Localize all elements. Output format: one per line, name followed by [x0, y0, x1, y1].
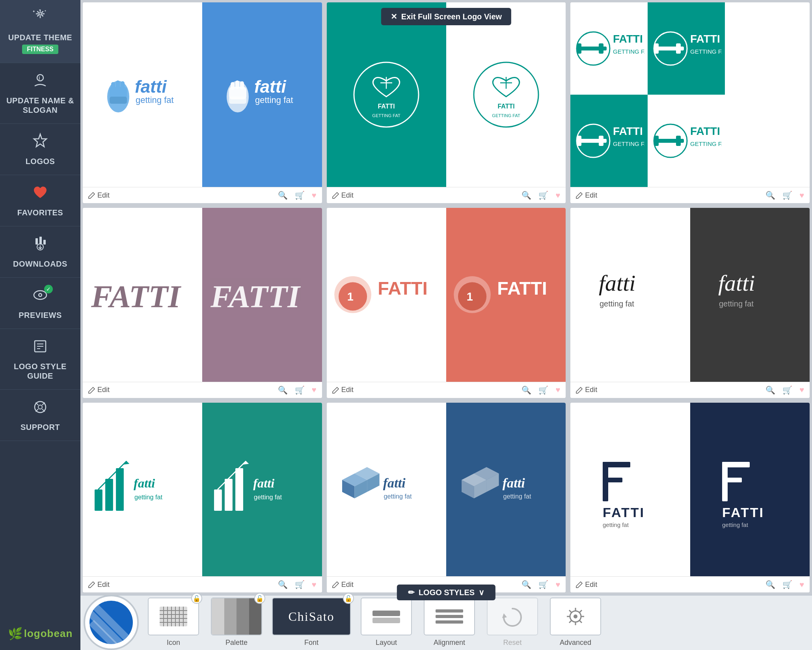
card1-heart-icon[interactable]: ♥ — [312, 191, 317, 200]
logobean-text: logobean — [24, 628, 73, 640]
svg-text:FATTI: FATTI — [378, 278, 428, 299]
card8-search-icon[interactable]: 🔍 — [521, 580, 531, 589]
svg-line-163 — [579, 610, 582, 613]
svg-text:GETTING FAT: GETTING FAT — [492, 113, 520, 118]
card3-br: FATTI GETTING FAT — [648, 95, 725, 187]
sidebar-item-update-theme[interactable]: ✦ ✦ ✦ UPDATE THEME FITNESS — [0, 0, 80, 63]
card7-footer: Edit 🔍 🛒 ♥ — [83, 576, 322, 592]
card2-search-icon[interactable]: 🔍 — [521, 191, 531, 200]
toolbar-logo-preview[interactable] — [80, 596, 142, 650]
card9-heart-icon[interactable]: ♥ — [799, 580, 804, 589]
card8-edit-btn[interactable]: Edit — [332, 581, 354, 589]
card9-footer: Edit 🔍 🛒 ♥ — [570, 576, 810, 592]
svg-line-162 — [579, 620, 582, 623]
toolbar-font-item[interactable]: 🔓 ChiSato Font — [268, 596, 355, 650]
card2-edit-btn[interactable]: Edit — [332, 191, 354, 200]
toolbar-palette-item[interactable]: 🔓 Palette — [205, 596, 268, 650]
card1-edit-btn[interactable]: Edit — [88, 191, 110, 200]
svg-rect-100 — [116, 468, 124, 511]
card1-search-icon[interactable]: 🔍 — [278, 191, 288, 200]
toolbar-layout-item[interactable]: Layout — [355, 596, 418, 650]
card4-bottom: FATTI — [202, 208, 322, 381]
sidebar-item-logos[interactable]: LOGOS — [0, 124, 80, 175]
svg-rect-152 — [436, 615, 463, 618]
card4-top: FATTI — [83, 208, 202, 381]
style-guide-icon — [32, 338, 49, 359]
card1-footer: Edit 🔍 🛒 ♥ — [83, 187, 322, 203]
font-display: ChiSato — [273, 598, 350, 635]
svg-rect-69 — [676, 43, 681, 54]
check-badge: ✓ — [44, 285, 53, 293]
card4-heart-icon[interactable]: ♥ — [312, 385, 317, 394]
svg-marker-154 — [502, 613, 507, 618]
favorites-icon — [32, 184, 49, 205]
card1-cart-icon[interactable]: 🛒 — [295, 191, 305, 200]
card4-cart-icon[interactable]: 🛒 — [295, 385, 305, 395]
sidebar-item-downloads[interactable]: DOWNLOADS — [0, 226, 80, 278]
card7-cart-icon[interactable]: 🛒 — [295, 580, 305, 589]
toolbar-alignment-item[interactable]: Alignment — [418, 596, 481, 650]
card5-edit-btn[interactable]: Edit — [332, 386, 354, 394]
svg-point-13 — [37, 75, 43, 81]
card2-cart-icon[interactable]: 🛒 — [538, 191, 548, 200]
card6-heart-icon[interactable]: ♥ — [799, 385, 804, 394]
card9-footer-icons: 🔍 🛒 ♥ — [765, 580, 804, 589]
logo-card-1: fatti getting fat — [83, 2, 322, 203]
card2-left: FATTI GETTING FAT — [327, 2, 446, 187]
svg-rect-18 — [43, 240, 46, 245]
toolbar-icon-item[interactable]: 🔓 Icon — [142, 596, 205, 650]
card6-edit-btn[interactable]: Edit — [576, 386, 597, 394]
card4-search-icon[interactable]: 🔍 — [278, 385, 288, 395]
sidebar-item-support[interactable]: SUPPORT — [0, 390, 80, 441]
svg-text:fatti: fatti — [718, 270, 755, 296]
toolbar-advanced-box — [550, 598, 601, 635]
card3-cart-icon[interactable]: 🛒 — [782, 191, 792, 200]
logo-leaf-icon: 🌿 — [8, 627, 22, 641]
svg-text:FATTI: FATTI — [690, 125, 720, 137]
card6-search-icon[interactable]: 🔍 — [765, 385, 775, 395]
card2-heart-icon[interactable]: ♥ — [555, 191, 560, 200]
card3-search-icon[interactable]: 🔍 — [765, 191, 775, 200]
svg-text:FATTI: FATTI — [497, 103, 514, 110]
card5-heart-icon[interactable]: ♥ — [555, 385, 560, 394]
card9-edit-btn[interactable]: Edit — [576, 581, 597, 589]
card5-cart-icon[interactable]: 🛒 — [538, 385, 548, 395]
card3-heart-icon[interactable]: ♥ — [799, 191, 804, 200]
toolbar-reset-item[interactable]: Reset — [481, 596, 544, 650]
logo-card-7: fatti getting fat fatti getting fat — [83, 403, 322, 592]
sidebar-logo[interactable]: 🌿 logobean — [4, 617, 77, 650]
svg-text:FATTI: FATTI — [722, 505, 764, 520]
toolbar-icon-box: 🔓 — [148, 598, 199, 635]
sidebar-item-logo-style-guide[interactable]: LOGO STYLE GUIDE — [0, 329, 80, 390]
card9-search-icon[interactable]: 🔍 — [765, 580, 775, 589]
card9-cart-icon[interactable]: 🛒 — [782, 580, 792, 589]
sidebar-item-update-name[interactable]: i UPDATE NAME & SLOGAN — [0, 63, 80, 124]
toolbar-advanced-item[interactable]: Advanced — [544, 596, 607, 650]
card6-cart-icon[interactable]: 🛒 — [782, 385, 792, 395]
sidebar-item-previews[interactable]: ✓ PREVIEWS — [0, 278, 80, 329]
fullscreen-banner[interactable]: ✕ Exit Full Screen Logo View — [381, 8, 511, 25]
card8-cart-icon[interactable]: 🛒 — [538, 580, 548, 589]
card8-heart-icon[interactable]: ♥ — [555, 580, 560, 589]
svg-text:GETTING FAT: GETTING FAT — [690, 140, 722, 147]
card3-content: FATTI GETTING FAT FATTI GETTING FAT — [570, 2, 810, 187]
card4-edit-btn[interactable]: Edit — [88, 386, 110, 394]
card4-footer-icons: 🔍 🛒 ♥ — [278, 385, 317, 395]
toolbar-alignment-label: Alignment — [434, 637, 465, 650]
card5-search-icon[interactable]: 🔍 — [521, 385, 531, 395]
logo-styles-button[interactable]: ✏ LOGO STYLES ∨ — [397, 585, 495, 600]
card1-top: fatti getting fat — [83, 2, 202, 187]
sidebar-item-label-logos: LOGOS — [26, 157, 55, 166]
sidebar-item-favorites[interactable]: FAVORITES — [0, 175, 80, 226]
svg-rect-44 — [229, 97, 246, 104]
svg-text:GETTING FAT: GETTING FAT — [613, 48, 644, 55]
card7-heart-icon[interactable]: ♥ — [312, 580, 317, 589]
svg-text:fatti: fatti — [135, 77, 167, 96]
svg-rect-81 — [676, 136, 681, 146]
card7-search-icon[interactable]: 🔍 — [278, 580, 288, 589]
sidebar-item-label-support: SUPPORT — [20, 422, 60, 432]
svg-text:FATTI: FATTI — [91, 279, 181, 314]
card3-edit-btn[interactable]: Edit — [576, 191, 597, 200]
svg-marker-107 — [242, 461, 249, 465]
card7-edit-btn[interactable]: Edit — [88, 581, 110, 589]
